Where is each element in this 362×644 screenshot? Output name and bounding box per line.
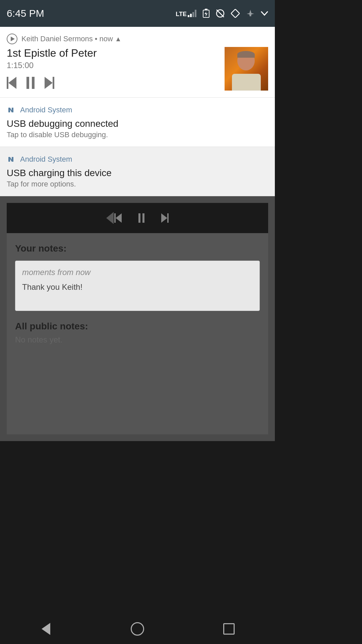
android-system-charging-icon bbox=[7, 154, 17, 164]
notification-area: Keith Daniel Sermons • now ▲ 1st Epistle… bbox=[0, 27, 275, 196]
back-icon bbox=[42, 623, 50, 635]
airplane-mode-icon bbox=[246, 9, 255, 18]
status-bar: 6:45 PM LTE bbox=[0, 0, 275, 27]
media-notification-header: Keith Daniel Sermons • now ▲ bbox=[7, 34, 268, 44]
app-content-area: Your notes: moments from now Thank you K… bbox=[7, 233, 268, 434]
do-not-disturb-icon bbox=[216, 9, 225, 18]
battery-charging-icon bbox=[202, 9, 210, 18]
svg-marker-2 bbox=[204, 11, 207, 17]
svg-rect-5 bbox=[231, 9, 239, 17]
bg-skip-next-button[interactable] bbox=[161, 213, 169, 223]
notes-placeholder: moments from now bbox=[22, 268, 253, 277]
app-background: Your notes: moments from now Thank you K… bbox=[0, 196, 275, 441]
signal-bars bbox=[188, 10, 196, 17]
bg-skip-previous-button[interactable] bbox=[106, 212, 122, 224]
media-duration: 1:15:00 bbox=[7, 61, 219, 70]
home-icon bbox=[131, 622, 144, 636]
pause-button[interactable] bbox=[26, 77, 35, 89]
skip-next-button[interactable] bbox=[45, 77, 54, 89]
usb-charging-app-name: Android System bbox=[20, 155, 72, 164]
no-notes-text: No notes yet. bbox=[15, 335, 260, 344]
media-controls bbox=[7, 77, 219, 89]
android-system-icon bbox=[7, 105, 17, 115]
media-app-name: Keith Daniel Sermons bbox=[21, 35, 93, 43]
usb-debug-app-name: Android System bbox=[20, 106, 72, 114]
media-content: 1st Epistle of Peter 1:15:00 bbox=[7, 47, 268, 91]
media-notification[interactable]: Keith Daniel Sermons • now ▲ 1st Epistle… bbox=[0, 27, 275, 98]
usb-charging-subtitle: Tap for more options. bbox=[7, 180, 268, 189]
public-notes-label: All public notes: bbox=[15, 321, 260, 332]
status-time: 6:45 PM bbox=[7, 8, 44, 19]
usb-charging-header: Android System bbox=[7, 154, 268, 164]
usb-debug-subtitle: Tap to disable USB debugging. bbox=[7, 130, 268, 139]
recent-apps-icon bbox=[223, 623, 235, 635]
status-icons: LTE bbox=[176, 9, 268, 18]
notes-label: Your notes: bbox=[15, 243, 260, 254]
notes-text: Thank you Keith! bbox=[22, 282, 253, 292]
background-controls-bar bbox=[7, 203, 268, 233]
media-info: 1st Epistle of Peter 1:15:00 bbox=[7, 47, 219, 89]
media-play-icon bbox=[7, 34, 17, 44]
navigation-bar bbox=[0, 614, 275, 644]
skip-previous-button[interactable] bbox=[7, 77, 16, 89]
media-title: 1st Epistle of Peter bbox=[7, 47, 219, 59]
expand-down-icon[interactable] bbox=[261, 11, 268, 16]
usb-charging-notification[interactable]: Android System USB charging this device … bbox=[0, 147, 275, 196]
home-button[interactable] bbox=[124, 619, 151, 639]
usb-debugging-notification[interactable]: Android System USB debugging connected T… bbox=[0, 98, 275, 147]
usb-charging-title: USB charging this device bbox=[7, 168, 268, 178]
back-button[interactable] bbox=[33, 619, 59, 639]
bg-pause-button[interactable] bbox=[138, 213, 144, 223]
media-timestamp: now bbox=[99, 35, 113, 43]
screen-rotation-icon bbox=[231, 9, 240, 18]
notes-box[interactable]: moments from now Thank you Keith! bbox=[15, 261, 260, 311]
usb-debug-header: Android System bbox=[7, 105, 268, 115]
media-thumbnail bbox=[225, 47, 268, 91]
media-expand-icon[interactable]: ▲ bbox=[115, 35, 122, 43]
lte-signal-icon: LTE bbox=[176, 10, 196, 17]
usb-debug-title: USB debugging connected bbox=[7, 118, 268, 129]
recent-apps-button[interactable] bbox=[216, 619, 242, 639]
svg-rect-1 bbox=[205, 9, 207, 10]
